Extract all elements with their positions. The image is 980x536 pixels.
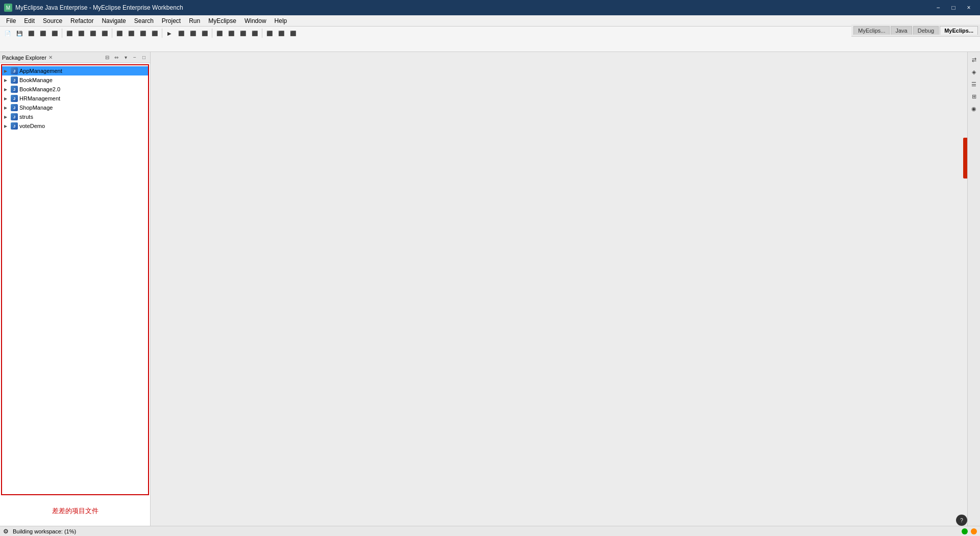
pe-link-button[interactable]: ⇔	[112, 54, 120, 62]
sidebar-btn-3[interactable]: ☰	[968, 79, 979, 90]
project-label-1: BookManage	[19, 77, 53, 83]
menu-item-refactor[interactable]: Refactor	[66, 16, 97, 25]
tree-arrow-3: ▶	[4, 96, 9, 101]
perspective-switcher: MyEclips...JavaDebugMyEclips...	[851, 24, 980, 37]
package-explorer-close[interactable]: ✕	[48, 55, 53, 60]
menu-item-source[interactable]: Source	[39, 16, 66, 25]
toolbar-btn-28[interactable]: ⬛	[287, 28, 299, 39]
toolbar-btn-22[interactable]: ⬛	[226, 28, 237, 39]
perspective-tab-2[interactable]: Debug	[913, 26, 939, 35]
toolbar-btn-14[interactable]: ⬛	[149, 28, 160, 39]
package-explorer-header: Package Explorer ✕ ⊟ ⇔ ▾ − □	[0, 52, 150, 63]
pe-collapse-button[interactable]: ⊟	[103, 54, 111, 62]
bottom-right-widget[interactable]: ?	[956, 515, 967, 526]
toolbar-btn-17[interactable]: ⬛	[176, 28, 187, 39]
menu-item-edit[interactable]: Edit	[20, 16, 39, 25]
status-bar: ⚙ Building workspace: (1%)	[0, 526, 980, 536]
menu-item-navigate[interactable]: Navigate	[97, 16, 130, 25]
toolbar-separator-10	[112, 29, 112, 38]
project-label-4: ShopManage	[19, 105, 53, 111]
perspective-tab-0[interactable]: MyEclips...	[853, 26, 890, 35]
project-icon-3: J	[11, 95, 18, 102]
sidebar-btn-5[interactable]: ◉	[968, 103, 979, 114]
tree-arrow-5: ▶	[4, 115, 9, 119]
toolbar-row-2	[2, 39, 978, 51]
app-icon: M	[4, 4, 12, 12]
sidebar-btn-1[interactable]: ⇄	[968, 54, 979, 65]
package-explorer-content: ▶JAppManagement▶JBookManage▶JBookManage2…	[1, 64, 149, 495]
package-explorer-title: Package Explorer	[2, 55, 46, 61]
toolbar-btn-26[interactable]: ⬛	[264, 28, 275, 39]
toolbar-btn-23[interactable]: ⬛	[237, 28, 249, 39]
pe-min-button[interactable]: −	[131, 54, 139, 62]
project-label-0: AppManagement	[19, 68, 62, 74]
right-sidebar: ⇄ ◈ ☰ ⊞ ◉	[967, 52, 980, 526]
perspective-tab-1[interactable]: Java	[891, 26, 912, 35]
toolbar-separator-15	[162, 29, 162, 38]
toolbar-btn-13[interactable]: ⬛	[137, 28, 149, 39]
toolbar-btn-24[interactable]: ⬛	[249, 28, 260, 39]
error-annotation: 差差的项目文件	[0, 496, 150, 526]
pe-menu-button[interactable]: ▾	[121, 54, 130, 62]
status-indicator-orange	[971, 528, 977, 534]
project-icon-2: J	[11, 86, 18, 93]
sidebar-btn-2[interactable]: ◈	[968, 66, 979, 78]
menu-item-help[interactable]: Help	[271, 16, 291, 25]
toolbar-btn-4[interactable]: ⬛	[49, 28, 60, 39]
status-text: Building workspace: (1%)	[13, 528, 76, 534]
toolbar-btn-12[interactable]: ⬛	[126, 28, 137, 39]
menu-item-project[interactable]: Project	[158, 16, 185, 25]
menu-item-myeclipse[interactable]: MyEclipse	[204, 16, 240, 25]
toolbar-btn-16[interactable]: ▶	[164, 28, 175, 39]
tree-item-2[interactable]: ▶JBookManage2.0	[2, 85, 148, 94]
tree-item-5[interactable]: ▶Jstruts	[2, 112, 148, 121]
project-icon-1: J	[11, 76, 18, 84]
tree-item-3[interactable]: ▶JHRManagement	[2, 94, 148, 103]
pe-controls: ⊟ ⇔ ▾ − □	[103, 54, 148, 62]
tree-item-6[interactable]: ▶JvoteDemo	[2, 121, 148, 131]
tree-arrow-2: ▶	[4, 87, 9, 92]
menu-item-search[interactable]: Search	[130, 16, 158, 25]
status-icon: ⚙	[3, 528, 9, 535]
pe-title-area: Package Explorer ✕	[2, 55, 53, 61]
toolbar-separator-5	[62, 29, 62, 38]
tree-arrow-6: ▶	[4, 124, 9, 129]
toolbar-btn-21[interactable]: ⬛	[214, 28, 225, 39]
main-layout: Package Explorer ✕ ⊟ ⇔ ▾ − □ ▶JAppManage…	[0, 52, 967, 526]
project-icon-0: J	[11, 67, 18, 74]
menu-item-run[interactable]: Run	[185, 16, 204, 25]
title-bar: M MyEclipse Java Enterprise - MyEclipse …	[0, 0, 980, 15]
minimize-button[interactable]: −	[931, 3, 945, 13]
toolbar-btn-7[interactable]: ⬛	[76, 28, 87, 39]
menu-item-window[interactable]: Window	[240, 16, 271, 25]
toolbar-btn-27[interactable]: ⬛	[276, 28, 287, 39]
window-controls: − □ ×	[931, 3, 976, 13]
perspective-tab-3[interactable]: MyEclips...	[940, 26, 978, 35]
close-button[interactable]: ×	[962, 3, 976, 13]
red-side-tab[interactable]	[963, 138, 967, 178]
toolbar-btn-1[interactable]: 💾	[14, 28, 25, 39]
project-icon-4: J	[11, 104, 18, 111]
toolbar-btn-19[interactable]: ⬛	[199, 28, 210, 39]
error-text: 差差的项目文件	[52, 507, 99, 515]
toolbar-btn-11[interactable]: ⬛	[114, 28, 125, 39]
menu-bar: FileEditSourceRefactorNavigateSearchProj…	[0, 15, 980, 27]
toolbar-separator-25	[262, 29, 262, 38]
toolbar-btn-9[interactable]: ⬛	[99, 28, 110, 39]
tree-item-4[interactable]: ▶JShopManage	[2, 103, 148, 112]
sidebar-btn-4[interactable]: ⊞	[968, 91, 979, 102]
toolbar-btn-18[interactable]: ⬛	[187, 28, 199, 39]
maximize-button[interactable]: □	[946, 3, 961, 13]
tree-item-0[interactable]: ▶JAppManagement	[2, 66, 148, 75]
editor-area	[151, 52, 967, 526]
menu-item-file[interactable]: File	[2, 16, 20, 25]
toolbar-btn-8[interactable]: ⬛	[87, 28, 99, 39]
title-bar-left: M MyEclipse Java Enterprise - MyEclipse …	[4, 4, 183, 12]
toolbar-btn-6[interactable]: ⬛	[64, 28, 75, 39]
toolbar-btn-2[interactable]: ⬛	[26, 28, 37, 39]
toolbar-btn-3[interactable]: ⬛	[37, 28, 48, 39]
pe-max-button[interactable]: □	[140, 54, 148, 62]
toolbar-btn-0[interactable]: 📄	[2, 28, 13, 39]
toolbar-separator-20	[212, 29, 212, 38]
tree-item-1[interactable]: ▶JBookManage	[2, 75, 148, 85]
